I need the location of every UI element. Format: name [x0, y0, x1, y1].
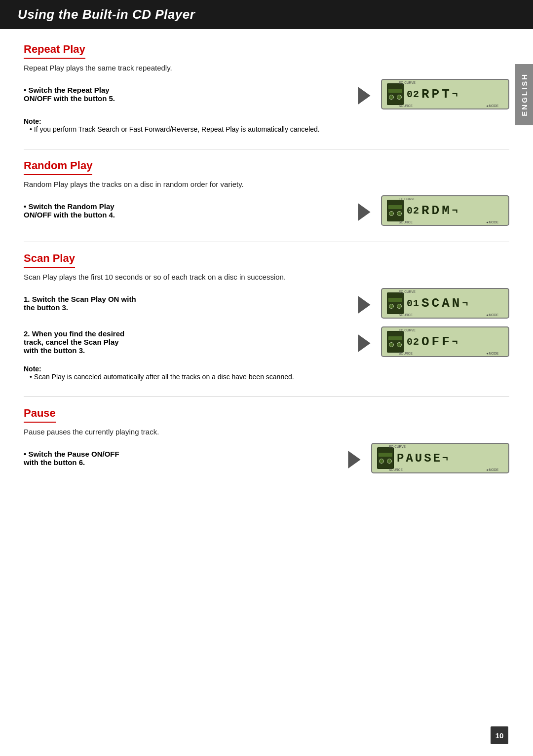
repeat-play-display: EQ CURVE 02 RPT ¬ SOURCE	[381, 79, 509, 109]
random-play-text: Switch the Random Play ON/OFF with the b…	[24, 202, 347, 219]
pause-arrow	[345, 451, 363, 468]
pause-text: Switch the Pause ON/OFF with the button …	[24, 450, 338, 467]
divider-3	[24, 396, 509, 397]
lcd-mode-rdm: RDM	[421, 203, 452, 218]
lcd-icon-scan2	[387, 331, 404, 353]
random-play-instruction: Switch the Random Play ON/OFF with the b…	[24, 195, 509, 226]
svg-marker-0	[358, 87, 370, 105]
random-play-desc: Random Play plays the tracks on a disc i…	[24, 180, 509, 188]
lcd-mode-scan2: OFF	[421, 334, 452, 349]
repeat-play-bullet: Switch the Repeat Play ON/OFF with the b…	[24, 86, 347, 103]
divider-2	[24, 242, 509, 242]
scan-play-instruction-2: 2. When you find the desired track, canc…	[24, 326, 509, 357]
side-tab-label: ENGLISH	[520, 73, 529, 116]
lcd-track-scan2: 02	[407, 336, 419, 348]
lcd-mode-pause: PAUSE	[397, 452, 442, 465]
scan-play-arrow-2	[355, 334, 373, 352]
divider-1	[24, 149, 509, 149]
svg-marker-3	[358, 334, 370, 352]
lcd-icon	[387, 83, 404, 105]
repeat-play-arrow	[355, 87, 373, 105]
lcd-mode-scan1: SCAN	[421, 296, 462, 311]
repeat-play-instruction: Switch the Repeat Play ON/OFF with the b…	[24, 79, 509, 109]
side-tab: ENGLISH	[515, 64, 533, 125]
scan-play-display-1: EQ CURVE 01 SCAN ¬ SOURCE	[381, 288, 509, 319]
lcd-icon-rdm	[387, 200, 404, 221]
lcd-track-rdm: 02	[407, 205, 419, 216]
random-play-arrow	[355, 203, 373, 221]
scan-play-arrow-1	[355, 296, 373, 314]
page-header: Using the Built-in CD Player	[0, 0, 533, 29]
page-title: Using the Built-in CD Player	[18, 7, 515, 22]
scan-play-text-2: 2. When you find the desired track, canc…	[24, 329, 347, 355]
lcd-track-rpt: 02	[407, 89, 419, 100]
repeat-play-note: Note: If you perform Track Search or Fas…	[24, 117, 509, 133]
pause-desc: Pause pauses the currently playing track…	[24, 428, 509, 436]
section-scan-play: Scan Play Scan Play plays the first 10 s…	[24, 252, 509, 381]
svg-marker-2	[358, 296, 370, 314]
scan-play-note: Note: Scan Play is canceled automaticall…	[24, 365, 509, 381]
lcd-mode-rpt: RPT	[421, 87, 452, 102]
lcd-track-scan1: 01	[407, 298, 419, 309]
scan-play-step2: 2. When you find the desired track, canc…	[24, 329, 347, 355]
scan-play-step1: 1. Switch the Scan Play ON with the butt…	[24, 295, 347, 312]
repeat-play-text: Switch the Repeat Play ON/OFF with the b…	[24, 86, 347, 103]
scan-play-display-2: EQ CURVE 02 OFF ¬ SOURCE	[381, 326, 509, 357]
main-content: Repeat Play Repeat Play plays the same t…	[0, 43, 533, 519]
section-pause: Pause Pause pauses the currently playing…	[24, 407, 509, 473]
random-play-display: EQ CURVE 02 RDM ¬ SOURCE	[381, 195, 509, 226]
repeat-play-desc: Repeat Play plays the same track repeate…	[24, 64, 509, 72]
pause-bullet: Switch the Pause ON/OFF with the button …	[24, 450, 338, 467]
pause-instruction: Switch the Pause ON/OFF with the button …	[24, 443, 509, 473]
section-title-random-play: Random Play	[24, 159, 92, 175]
page-number: 10	[491, 726, 508, 744]
pause-display: EQ CURVE PAUSE ¬ SOURCE ◄MODE	[371, 443, 509, 473]
section-title-pause: Pause	[24, 407, 56, 423]
scan-play-desc: Scan Play plays the first 10 seconds or …	[24, 273, 509, 281]
lcd-icon-scan1	[387, 292, 404, 314]
section-repeat-play: Repeat Play Repeat Play plays the same t…	[24, 43, 509, 133]
scan-play-text-1: 1. Switch the Scan Play ON with the butt…	[24, 295, 347, 312]
svg-marker-1	[358, 203, 370, 221]
lcd-icon-pause	[377, 447, 394, 469]
section-title-scan-play: Scan Play	[24, 252, 75, 268]
scan-play-instruction-1: 1. Switch the Scan Play ON with the butt…	[24, 288, 509, 319]
svg-marker-4	[348, 451, 360, 468]
random-play-bullet: Switch the Random Play ON/OFF with the b…	[24, 202, 347, 219]
section-random-play: Random Play Random Play plays the tracks…	[24, 159, 509, 226]
section-title-repeat-play: Repeat Play	[24, 43, 85, 59]
